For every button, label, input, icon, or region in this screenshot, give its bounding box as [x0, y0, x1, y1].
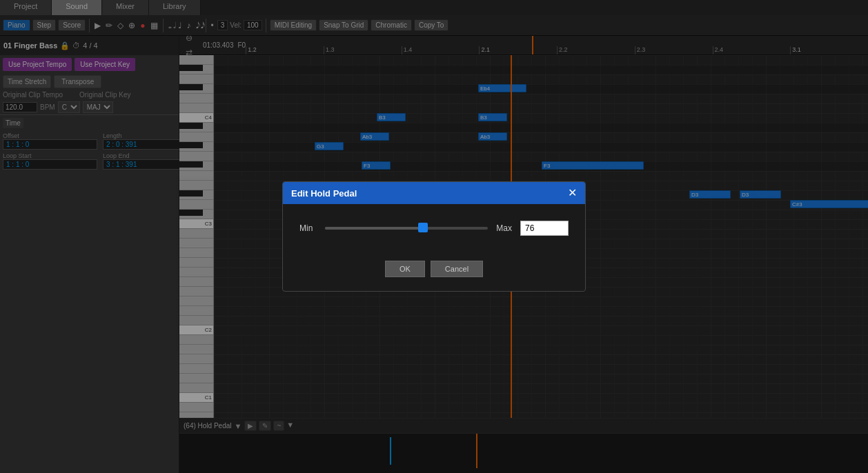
slider-thumb[interactable] — [418, 223, 428, 232]
cancel-button[interactable]: Cancel — [431, 261, 483, 277]
max-value-input[interactable] — [520, 221, 569, 236]
modal-footer: OK Cancel — [283, 252, 585, 291]
slider-fill — [325, 227, 423, 230]
modal-title: Edit Hold Pedal — [291, 188, 357, 199]
modal-body: Min Max — [283, 204, 585, 252]
min-max-slider-row: Min Max — [299, 221, 569, 236]
hold-pedal-slider[interactable] — [325, 227, 488, 230]
min-label: Min — [299, 223, 317, 233]
modal-close-btn[interactable]: ✕ — [568, 188, 577, 199]
modal-header: Edit Hold Pedal ✕ — [283, 182, 585, 204]
ok-button[interactable]: OK — [385, 261, 425, 277]
modal-overlay[interactable]: Edit Hold Pedal ✕ Min Max OK Cancel — [0, 0, 868, 473]
edit-hold-pedal-modal: Edit Hold Pedal ✕ Min Max OK Cancel — [282, 181, 586, 292]
max-label: Max — [496, 223, 512, 233]
